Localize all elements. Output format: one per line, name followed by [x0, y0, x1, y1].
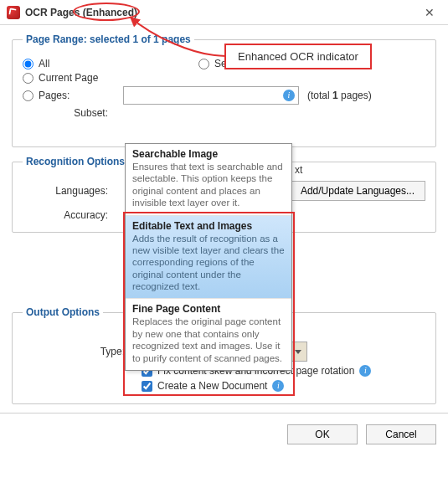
info-icon: i — [283, 90, 295, 101]
dropdown-item-desc: Ensures that text is searchable and sele… — [132, 161, 285, 209]
dropdown-item-desc: Replaces the original page content by ne… — [132, 316, 285, 364]
add-languages-button[interactable]: Add/Update Languages... — [290, 181, 425, 201]
title-bar: OCR Pages (Enhanced) ✕ — [0, 0, 448, 25]
radio-pages[interactable]: Pages: — [23, 90, 123, 101]
dropdown-item-fine[interactable]: Fine Page Content Replaces the original … — [126, 299, 291, 370]
dropdown-item-searchable[interactable]: Searchable Image Ensures that text is se… — [126, 144, 291, 216]
app-icon — [7, 6, 20, 19]
radio-selected-pages[interactable]: Selected Pages i — [198, 58, 300, 69]
languages-label: Languages: — [23, 185, 115, 197]
dropdown-item-editable[interactable]: Editable Text and Images Adds the result… — [126, 216, 291, 300]
close-button[interactable]: ✕ — [418, 6, 441, 19]
radio-selected-label: Selected Pages — [214, 58, 285, 69]
pages-input[interactable]: i — [123, 86, 299, 105]
chk-new-doc[interactable] — [142, 381, 152, 392]
ok-button[interactable]: OK — [287, 424, 358, 444]
behind-text-fragment: xt — [295, 164, 302, 176]
dialog-footer: OK Cancel — [0, 413, 448, 455]
radio-all[interactable]: All — [23, 58, 49, 69]
info-icon: i — [359, 365, 371, 377]
info-icon: i — [272, 380, 284, 392]
type-dropdown: Searchable Image Ensures that text is se… — [125, 143, 292, 371]
chk-new-doc-label: Create a New Document — [157, 380, 267, 392]
total-pages-text: (total 1 pages) — [307, 90, 372, 101]
window-title: OCR Pages (Enhanced) — [25, 7, 137, 18]
dropdown-item-title: Editable Text and Images — [132, 220, 285, 232]
type-label: Type: — [23, 346, 131, 357]
cancel-button[interactable]: Cancel — [366, 424, 436, 444]
page-range-legend: Page Range: selected 1 of 1 pages — [23, 33, 194, 45]
dropdown-item-title: Fine Page Content — [132, 303, 285, 315]
radio-current-page[interactable]: Current Page — [23, 72, 98, 84]
page-range-group: Page Range: selected 1 of 1 pages All Se… — [12, 33, 436, 147]
recognition-legend: Recognition Options — [23, 156, 128, 167]
subset-label: Subset: — [23, 107, 115, 119]
radio-current-label: Current Page — [39, 72, 98, 84]
dropdown-item-desc: Adds the result of recognition as a new … — [132, 233, 285, 293]
dropdown-item-title: Searchable Image — [132, 148, 285, 160]
output-legend: Output Options — [23, 306, 103, 318]
accuracy-label: Accuracy: — [23, 209, 115, 221]
info-icon: i — [288, 58, 300, 69]
radio-pages-label: Pages: — [39, 90, 70, 101]
radio-all-label: All — [39, 58, 49, 69]
